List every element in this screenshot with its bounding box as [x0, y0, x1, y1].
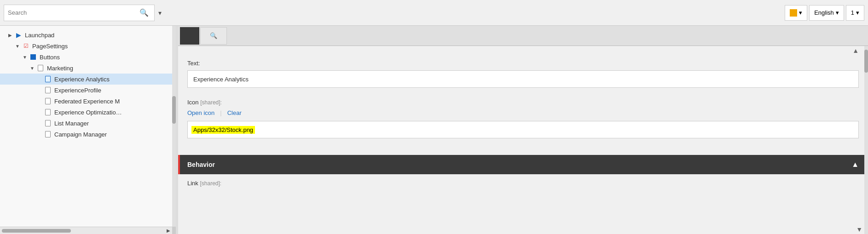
sidebar-label-optimization: Experience Optimizatio… [54, 109, 122, 116]
sidebar-item-pagesettings[interactable]: ▼ ☑ PageSettings [0, 40, 176, 51]
text-field-area: Text: [178, 54, 868, 93]
sidebar: ▶ ▶ Launchpad ▼ ☑ PageSettings ▼ Button [0, 26, 176, 234]
content-vscrollbar[interactable] [864, 46, 868, 234]
save-icon [790, 9, 797, 17]
link-shared-label: [shared]: [200, 180, 221, 187]
doc-icon-optimization [45, 109, 51, 115]
sidebar-label-buttons: Buttons [40, 54, 60, 61]
toggle-federated [37, 98, 42, 104]
search-button[interactable]: 🔍 [138, 7, 150, 18]
spacer-before-behavior [178, 142, 868, 149]
sidebar-label-marketing: Marketing [47, 65, 73, 72]
sidebar-item-experience-optimization[interactable]: Experience Optimizatio… [0, 107, 176, 118]
toggle-launchpad[interactable]: ▶ [7, 32, 13, 38]
scroll-down-button[interactable]: ▼ [856, 226, 862, 233]
toolbar-right: ▾ English ▾ 1 ▾ [785, 5, 864, 21]
doc-icon-list [45, 120, 51, 126]
icon-label-text: Icon [187, 99, 199, 106]
sidebar-item-federated-experience[interactable]: Federated Experience M [0, 96, 176, 107]
icon-path-input-wrapper[interactable]: Apps/32x32/Stock.png [187, 121, 859, 138]
icon-path-highlighted: Apps/32x32/Stock.png [191, 126, 255, 134]
tab-search-icon: 🔍 [210, 32, 217, 39]
num-arrow: ▾ [856, 9, 859, 16]
text-field-input[interactable] [187, 70, 859, 88]
launchpad-icon: ▶ [15, 31, 22, 39]
pagesettings-icon: ☑ [22, 42, 29, 50]
sidebar-hscrollbar[interactable]: ▶ [0, 227, 172, 234]
sidebar-label-experience-profile: ExperienceProfile [54, 87, 101, 94]
toggle-pagesettings[interactable]: ▼ [15, 43, 20, 49]
toggle-campaign-manager [37, 131, 42, 137]
num-button[interactable]: 1 ▾ [846, 5, 864, 21]
num-label: 1 [851, 9, 854, 16]
sidebar-scroll-area: ▶ ▶ Launchpad ▼ ☑ PageSettings ▼ Button [0, 26, 176, 143]
toggle-experience-profile [37, 87, 42, 93]
sidebar-scroll-right-arrow[interactable]: ▶ [167, 228, 170, 233]
behavior-red-accent [178, 155, 180, 174]
search-dropdown-button[interactable]: ▾ [156, 8, 163, 17]
toggle-experience-analytics [37, 76, 42, 82]
sidebar-item-experience-profile[interactable]: ExperienceProfile [0, 85, 176, 96]
marketing-icon [37, 64, 44, 72]
clear-button[interactable]: Clear [227, 109, 247, 116]
doc-icon-profile [45, 87, 51, 93]
toggle-list-manager [37, 120, 42, 126]
icon-separator: | [220, 109, 221, 116]
sidebar-label-campaign-manager: Campaign Manager [54, 131, 107, 138]
language-arrow: ▾ [836, 9, 839, 16]
search-input[interactable] [8, 9, 138, 16]
square-blue-icon [30, 54, 36, 60]
tab-search[interactable]: 🔍 [200, 27, 227, 45]
sidebar-item-buttons[interactable]: ▼ Buttons [0, 51, 176, 63]
content-tabs: 🔍 [178, 26, 868, 46]
sidebar-item-campaign-manager[interactable]: Campaign Manager [0, 129, 176, 140]
content-bottom-scroll-area: ▼ [854, 225, 864, 234]
link-label-text: Link [187, 180, 198, 187]
content-vscroll-thumb[interactable] [864, 50, 868, 73]
sidebar-label-launchpad: Launchpad [25, 32, 54, 39]
icon-field-area: Icon [shared]: Open icon | Clear Apps/32… [178, 93, 868, 142]
save-arrow: ▾ [799, 9, 802, 16]
toggle-marketing[interactable]: ▼ [29, 65, 35, 71]
open-icon-button[interactable]: Open icon [187, 109, 220, 116]
doc-selected-icon [45, 76, 51, 82]
optimization-icon [44, 108, 52, 116]
icon-actions: Open icon | Clear [187, 109, 859, 116]
federated-icon [44, 97, 52, 105]
sidebar-label-experience-analytics: Experience Analytics [54, 76, 110, 83]
top-toolbar: 🔍 ▾ ▾ English ▾ 1 ▾ [0, 0, 868, 26]
save-button[interactable]: ▾ [785, 5, 807, 21]
experience-profile-icon [44, 86, 52, 94]
toggle-optimization [37, 109, 42, 115]
sidebar-item-list-manager[interactable]: List Manager [0, 118, 176, 129]
sidebar-vscrollbar[interactable] [172, 26, 176, 227]
main-area: ▶ ▶ Launchpad ▼ ☑ PageSettings ▼ Button [0, 26, 868, 234]
language-button[interactable]: English ▾ [809, 5, 844, 21]
toggle-buttons[interactable]: ▼ [22, 54, 28, 60]
sidebar-hscroll-thumb[interactable] [2, 229, 71, 233]
link-field-label: Link [shared]: [187, 180, 859, 187]
sidebar-item-launchpad[interactable]: ▶ ▶ Launchpad [0, 29, 176, 40]
text-field-label: Text: [187, 60, 859, 67]
doc-icon [38, 65, 43, 71]
scroll-up-button[interactable]: ▲ [852, 47, 859, 54]
sidebar-label-pagesettings: PageSettings [32, 43, 68, 50]
language-label: English [814, 9, 834, 16]
sidebar-label-federated: Federated Experience M [54, 98, 120, 105]
sidebar-item-marketing[interactable]: ▼ Marketing [0, 63, 176, 74]
tab-content[interactable] [180, 27, 199, 45]
behavior-collapse-button[interactable]: ▲ [851, 160, 859, 169]
campaign-manager-icon [44, 131, 52, 138]
sidebar-scroll-corner [172, 227, 176, 234]
content-top-scroll-area: ▲ [178, 46, 868, 54]
icon-field-label: Icon [shared]: [187, 99, 859, 106]
behavior-title: Behavior [187, 161, 215, 168]
experience-analytics-icon [44, 75, 52, 83]
doc-icon-federated [45, 98, 51, 104]
content-body: ▲ Text: Icon [shared]: Open icon | [178, 46, 868, 234]
link-field-area: Link [shared]: [178, 174, 868, 192]
sidebar-vscroll-thumb[interactable] [172, 96, 176, 124]
buttons-icon [29, 53, 37, 61]
sidebar-item-experience-analytics[interactable]: Experience Analytics [0, 74, 176, 85]
doc-icon-campaign [45, 131, 51, 137]
